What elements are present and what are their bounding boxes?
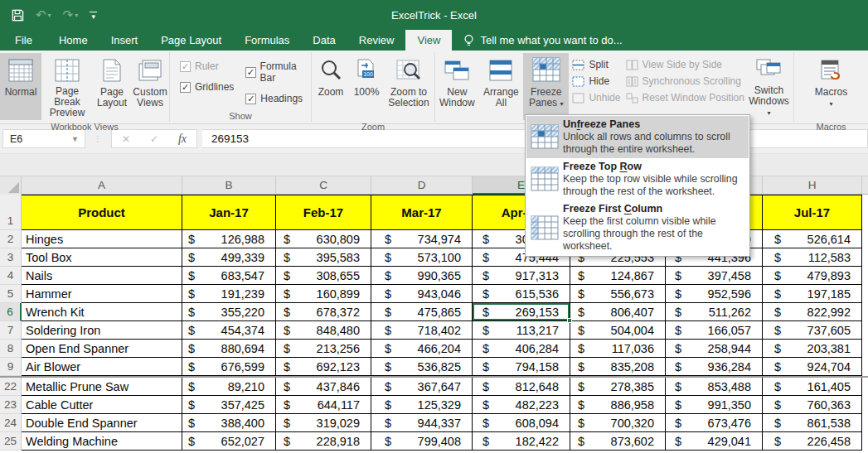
cell-G25[interactable]: $429,041 <box>666 432 763 451</box>
new-window-button[interactable]: New Window <box>435 53 479 120</box>
cell-A3[interactable]: Tool Box <box>22 248 182 267</box>
cell-C9[interactable]: $692,123 <box>276 358 371 376</box>
cell-E7[interactable]: $113,217 <box>473 321 570 340</box>
cell-H4[interactable]: $479,893 <box>763 267 862 285</box>
redo-icon[interactable]: ↷▾ <box>63 7 79 22</box>
cancel-icon[interactable]: ✕ <box>112 133 140 145</box>
macros-button[interactable]: Macros▾ <box>810 53 853 120</box>
cell-A2[interactable]: Hinges <box>22 230 182 248</box>
tab-formulas[interactable]: Formulas <box>233 30 301 51</box>
cell-B25[interactable]: $652,027 <box>182 432 276 451</box>
cell-E6[interactable]: $269,153 <box>473 303 570 321</box>
normal-view-button[interactable]: Normal <box>0 53 41 120</box>
row-header-3[interactable]: 3 <box>0 248 22 267</box>
row-header-5[interactable]: 5 <box>0 285 22 303</box>
cell-E22[interactable]: $812,648 <box>473 378 570 396</box>
row-header-22[interactable]: 22 <box>0 378 22 396</box>
menu-item-freeze-first-column[interactable]: Freeze First ColumnKeep the first column… <box>526 200 749 255</box>
undo-icon[interactable]: ↶▾ <box>36 7 51 22</box>
menu-item-unfreeze-panes[interactable]: Unfreeze PanesUnlock all rows and column… <box>526 116 749 158</box>
cell-C25[interactable]: $228,918 <box>276 432 371 451</box>
zoom-100-button[interactable]: 100 100% <box>350 53 383 120</box>
cell-B3[interactable]: $499,339 <box>182 248 276 267</box>
tell-me-box[interactable]: Tell me what you want to do... <box>452 30 622 51</box>
cell-F9[interactable]: $835,208 <box>570 358 666 376</box>
row-header-8[interactable]: 8 <box>0 340 22 358</box>
zoom-to-selection-button[interactable]: Zoom to Selection <box>383 53 434 120</box>
cell-G22[interactable]: $853,488 <box>666 378 763 396</box>
cell-C7[interactable]: $848,480 <box>276 321 371 340</box>
cell-E8[interactable]: $406,284 <box>473 340 570 358</box>
custom-views-button[interactable]: Custom Views <box>131 53 169 120</box>
cell-E23[interactable]: $482,223 <box>473 396 570 414</box>
header-cell-B1[interactable]: Jan-17 <box>182 195 276 230</box>
cell-F24[interactable]: $700,320 <box>570 414 666 432</box>
freeze-panes-button[interactable]: Freeze Panes ▾ <box>523 53 569 120</box>
cell-E25[interactable]: $182,422 <box>473 432 570 451</box>
save-icon[interactable] <box>12 9 24 22</box>
cell-G6[interactable]: $511,262 <box>666 303 763 321</box>
cell-F5[interactable]: $556,673 <box>570 285 666 303</box>
cell-C23[interactable]: $644,117 <box>276 396 371 414</box>
row-header-2[interactable]: 2 <box>0 230 22 248</box>
tab-file[interactable]: File <box>0 30 47 51</box>
tab-insert[interactable]: Insert <box>99 30 150 51</box>
cell-D5[interactable]: $943,046 <box>371 285 473 303</box>
view-side-by-side-button[interactable]: View Side by Side <box>626 59 744 70</box>
header-cell-C1[interactable]: Feb-17 <box>276 195 371 230</box>
cell-D8[interactable]: $466,204 <box>371 340 473 358</box>
synchronous-scrolling-button[interactable]: Synchronous Scrolling <box>626 75 744 87</box>
cell-B6[interactable]: $355,220 <box>182 303 276 321</box>
cell-B23[interactable]: $357,425 <box>182 396 276 414</box>
cell-B9[interactable]: $676,599 <box>182 358 276 376</box>
gridlines-checkbox[interactable]: ✓ Gridlines <box>180 81 234 93</box>
cell-H23[interactable]: $760,363 <box>763 396 862 414</box>
cell-H9[interactable]: $924,704 <box>763 358 862 376</box>
row-header-7[interactable]: 7 <box>0 321 22 340</box>
name-box-dropdown-icon[interactable]: ▼ <box>71 135 85 143</box>
page-layout-view-button[interactable]: Page Layout <box>93 53 131 120</box>
cell-A24[interactable]: Double End Spanner <box>22 414 182 432</box>
split-button[interactable]: Split <box>572 59 625 70</box>
cell-D7[interactable]: $718,402 <box>371 321 473 340</box>
column-header-C[interactable]: C <box>276 176 371 195</box>
cell-G9[interactable]: $936,284 <box>666 358 763 376</box>
cell-A7[interactable]: Soldering Iron <box>22 321 182 340</box>
cell-D2[interactable]: $734,974 <box>371 230 473 248</box>
enter-icon[interactable]: ✓ <box>140 133 168 145</box>
cell-H22[interactable]: $161,405 <box>763 378 862 396</box>
cell-F23[interactable]: $886,958 <box>570 396 666 414</box>
row-header-4[interactable]: 4 <box>0 267 22 285</box>
reset-window-position-button[interactable]: Reset Window Position <box>626 92 744 104</box>
cell-G23[interactable]: $991,350 <box>666 396 763 414</box>
cell-F7[interactable]: $504,004 <box>570 321 666 340</box>
cell-B4[interactable]: $683,547 <box>182 267 276 285</box>
row-header-24[interactable]: 24 <box>0 414 22 432</box>
cell-B24[interactable]: $388,400 <box>182 414 276 432</box>
arrange-all-button[interactable]: Arrange All <box>479 53 523 120</box>
menu-item-freeze-top-row[interactable]: Freeze Top RowKeep the top row visible w… <box>526 158 749 200</box>
header-cell-H1[interactable]: Jul-17 <box>763 195 862 230</box>
row-header-1[interactable]: 1 <box>0 195 22 230</box>
cell-G8[interactable]: $258,944 <box>666 340 763 358</box>
cell-A23[interactable]: Cable Cutter <box>22 396 182 414</box>
cell-D6[interactable]: $475,865 <box>371 303 473 321</box>
column-header-D[interactable]: D <box>371 176 473 195</box>
row-header-9[interactable]: 9 <box>0 358 22 376</box>
cell-A4[interactable]: Nails <box>22 267 182 285</box>
cell-D24[interactable]: $944,337 <box>371 414 473 432</box>
header-cell-D1[interactable]: Mar-17 <box>371 195 473 230</box>
hide-button[interactable]: Hide <box>572 75 625 87</box>
tab-data[interactable]: Data <box>301 30 347 51</box>
select-all-button[interactable] <box>0 176 22 195</box>
cell-C8[interactable]: $213,256 <box>276 340 371 358</box>
row-header-25[interactable]: 25 <box>0 432 22 451</box>
cell-C24[interactable]: $319,029 <box>276 414 371 432</box>
cell-C6[interactable]: $678,372 <box>276 303 371 321</box>
cell-F22[interactable]: $278,385 <box>570 378 666 396</box>
cell-C5[interactable]: $160,899 <box>276 285 371 303</box>
cell-G7[interactable]: $166,057 <box>666 321 763 340</box>
header-cell-A1[interactable]: Product <box>22 195 182 230</box>
cell-E9[interactable]: $794,158 <box>473 358 570 376</box>
cell-E4[interactable]: $917,313 <box>473 267 570 285</box>
